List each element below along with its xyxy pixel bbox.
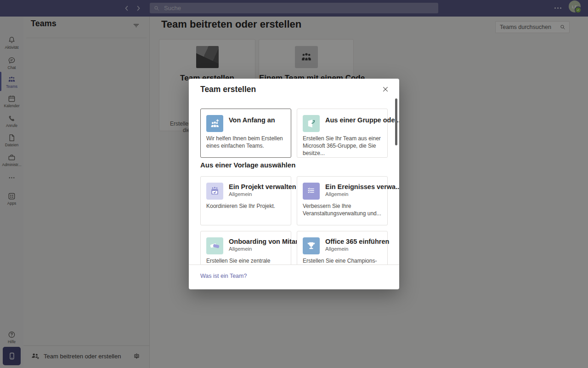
- template-title: Office 365 einführen: [325, 238, 389, 245]
- manage-project-icon: [206, 183, 223, 200]
- option-from-scratch[interactable]: Von Anfang an Wir helfen Ihnen beim Erst…: [200, 109, 291, 158]
- dialog-scroll-area: Von Anfang an Wir helfen Ihnen beim Erst…: [189, 79, 399, 264]
- option-description: Erstellen Sie Ihr Team aus einer Microso…: [303, 135, 384, 157]
- template-description: Erstellen Sie eine Champions-: [303, 257, 384, 264]
- option-title: Aus einer Gruppe ode...: [325, 116, 399, 124]
- dialog-footer: Was ist ein Team?: [189, 264, 399, 289]
- template-manage-project[interactable]: Ein Projekt verwalten Allgemein Koordini…: [200, 176, 291, 225]
- manage-event-icon: [303, 183, 320, 200]
- template-title: Ein Projekt verwalten: [229, 183, 296, 190]
- option-description: Wir helfen Ihnen beim Erstellen eines ei…: [206, 135, 287, 150]
- template-description: Koordinieren Sie Ihr Projekt.: [206, 202, 287, 210]
- from-group-icon: [303, 115, 320, 132]
- option-from-group[interactable]: Aus einer Gruppe ode... Erstellen Sie Ih…: [297, 109, 388, 158]
- template-manage-event[interactable]: Ein Ereignisses verwa... Allgemein Verbe…: [297, 176, 388, 225]
- adopt-office365-icon: [303, 237, 320, 254]
- create-team-dialog: Team erstellen Von Anfang an Wir helfen …: [189, 79, 399, 289]
- template-title: Onboarding von Mitar...: [229, 238, 303, 245]
- template-title: Ein Ereignisses verwa...: [325, 183, 399, 190]
- template-adopt-office365[interactable]: Office 365 einführen Allgemein Erstellen…: [297, 231, 388, 264]
- template-subtitle: Allgemein: [325, 191, 349, 197]
- what-is-a-team-link[interactable]: Was ist ein Team?: [200, 273, 247, 279]
- template-section-title: Aus einer Vorlage auswählen: [200, 161, 295, 169]
- template-subtitle: Allgemein: [325, 246, 349, 252]
- employee-onboarding-icon: [206, 237, 223, 254]
- template-subtitle: Allgemein: [229, 191, 252, 197]
- scrollbar-thumb[interactable]: [395, 98, 397, 145]
- option-title: Von Anfang an: [229, 116, 275, 124]
- template-employee-onboarding[interactable]: Onboarding von Mitar... Allgemein Erstel…: [200, 231, 291, 264]
- template-subtitle: Allgemein: [229, 246, 252, 252]
- team-from-scratch-icon: [206, 115, 223, 132]
- template-description: Erstellen Sie eine zentrale Erfahrung zu…: [206, 257, 287, 264]
- template-description: Verbessern Sie Ihre Veranstaltungsverwal…: [303, 202, 384, 217]
